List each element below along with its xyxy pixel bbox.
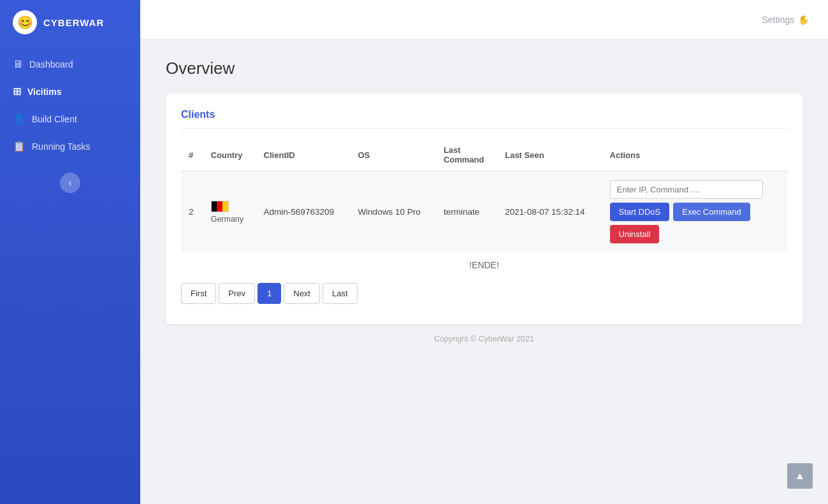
sidebar-item-label: Running Tasks: [32, 141, 91, 152]
cell-actions: Start DDoS Exec Command Uninstall: [602, 171, 787, 253]
footer: Copyright © CyberWar 2021: [166, 324, 803, 354]
build-client-icon: 👤: [13, 113, 25, 125]
page-title: Overview: [166, 59, 803, 78]
ende-text: !ENDE!: [181, 260, 787, 270]
col-actions: Actions: [602, 139, 787, 171]
table-header: # Country ClientID OS LastCommand Last S…: [181, 139, 787, 171]
clients-section-title: Clients: [181, 109, 787, 129]
footer-text: Copyright © CyberWar 2021: [434, 335, 534, 343]
dashboard-icon: 🖥: [13, 59, 23, 70]
pagination-current[interactable]: 1: [258, 283, 281, 304]
cell-num: 2: [181, 171, 203, 253]
col-last-seen: Last Seen: [497, 139, 602, 171]
sidebar-item-label: Dashboard: [29, 59, 73, 69]
sidebar-collapse-button[interactable]: ‹: [60, 173, 80, 193]
topbar: Settings ✋: [140, 0, 828, 40]
scroll-top-button[interactable]: ▲: [787, 463, 813, 489]
table-body: 2 Germany: [181, 171, 787, 253]
country-name: Germany: [211, 215, 249, 224]
pagination-first[interactable]: First: [181, 283, 216, 304]
sidebar-item-build-client[interactable]: 👤 Build Client: [0, 105, 140, 133]
table-row: 2 Germany: [181, 171, 787, 253]
settings-label: Settings: [762, 15, 794, 25]
col-clientid: ClientID: [256, 139, 351, 171]
pagination-last[interactable]: Last: [323, 283, 358, 304]
cell-last-command: terminate: [436, 171, 497, 253]
scroll-top-icon: ▲: [795, 470, 805, 482]
app-title: CYBERWAR: [43, 17, 104, 28]
running-tasks-icon: 📋: [13, 140, 25, 152]
exec-command-button[interactable]: Exec Command: [673, 203, 750, 221]
clients-table: # Country ClientID OS LastCommand Last S…: [181, 139, 787, 252]
uninstall-button[interactable]: Uninstall: [610, 225, 660, 243]
sidebar-nav: 🖥 Dashboard ⊞ Vicitims 👤 Build Client 📋 …: [0, 51, 140, 160]
flag-icon: [211, 201, 229, 212]
command-input[interactable]: [610, 180, 763, 199]
pagination-next[interactable]: Next: [284, 283, 320, 304]
sidebar-item-victims[interactable]: ⊞ Vicitims: [0, 78, 140, 105]
sidebar-header: 😊 CYBERWAR: [0, 0, 140, 45]
start-ddos-button[interactable]: Start DDoS: [610, 203, 670, 221]
cell-client-id: Admin-569763209: [256, 171, 351, 253]
cell-last-seen: 2021-08-07 15:32:14: [497, 171, 602, 253]
settings-link[interactable]: Settings ✋: [762, 15, 809, 25]
clients-card: Clients # Country ClientID OS LastComman…: [166, 94, 803, 324]
collapse-icon: ‹: [69, 178, 72, 188]
sidebar-item-dashboard[interactable]: 🖥 Dashboard: [0, 51, 140, 78]
sidebar-item-label: Build Client: [32, 114, 77, 124]
content-area: Overview Clients # Country ClientID OS L…: [140, 40, 828, 504]
action-buttons-row: Start DDoS Exec Command: [610, 203, 780, 221]
main-content: Settings ✋ Overview Clients # Country Cl…: [140, 0, 828, 504]
sidebar-item-label: Vicitims: [27, 87, 61, 97]
sidebar-item-running-tasks[interactable]: 📋 Running Tasks: [0, 133, 140, 160]
settings-icon: ✋: [798, 15, 809, 25]
col-last-command: LastCommand: [436, 139, 497, 171]
victims-icon: ⊞: [13, 85, 21, 97]
pagination-prev[interactable]: Prev: [219, 283, 255, 304]
col-num: #: [181, 139, 203, 171]
app-logo: 😊: [13, 10, 37, 34]
country-cell: Germany: [211, 201, 249, 224]
cell-os: Windows 10 Pro: [350, 171, 436, 253]
action-cell: Start DDoS Exec Command Uninstall: [610, 180, 780, 243]
sidebar: 😊 CYBERWAR 🖥 Dashboard ⊞ Vicitims 👤 Buil…: [0, 0, 140, 504]
cell-country: Germany: [203, 171, 256, 253]
pagination: First Prev 1 Next Last: [181, 283, 787, 304]
col-country: Country: [203, 139, 256, 171]
col-os: OS: [350, 139, 436, 171]
uninstall-row: Uninstall: [610, 225, 780, 243]
